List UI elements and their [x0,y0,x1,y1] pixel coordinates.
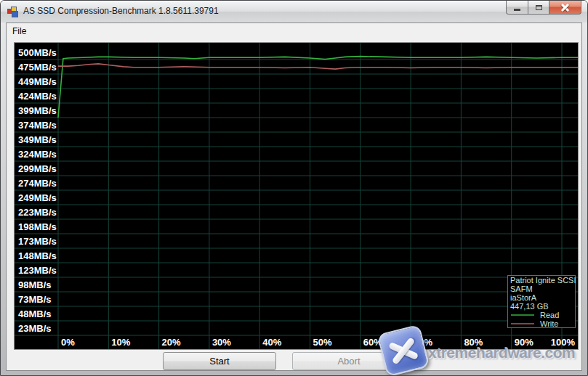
chart-legend: Patriot Ignite SCSI DSAFMiaStorA447,13 G… [508,276,579,329]
y-tick-label: 123MB/s [18,265,57,276]
y-tick-label: 173MB/s [18,236,57,247]
y-tick-label: 500MB/s [18,47,57,58]
title-bar[interactable]: AS SSD Compression-Benchmark 1.8.5611.39… [1,1,587,23]
y-tick-label: 148MB/s [18,250,57,261]
x-tick-label: 20% [162,337,181,348]
y-tick-label: 349MB/s [18,134,57,145]
app-icon [7,6,19,17]
y-tick-label: 399MB/s [18,105,57,116]
x-tick-label: 0% [61,337,75,348]
minimize-button[interactable] [506,1,528,15]
y-tick-label: 274MB/s [18,178,57,189]
y-tick-label: 23MB/s [18,323,52,334]
y-tick-label: 475MB/s [18,62,57,73]
legend-info-line: Patriot Ignite SCSI D [510,276,578,285]
compression-benchmark-chart: 500MB/s475MB/s449MB/s424MB/s399MB/s374MB… [15,43,578,349]
x-tick-label: 10% [111,337,130,348]
app-window: AS SSD Compression-Benchmark 1.8.5611.39… [0,0,588,376]
y-tick-label: 98MB/s [18,279,52,290]
y-tick-label: 198MB/s [18,221,57,232]
client-area: File 500MB/s475MB/s449MB/s424MB/s399MB/s… [6,23,582,371]
legend-entry-label: Read [540,311,559,319]
start-button[interactable]: Start [163,352,276,370]
y-tick-label: 424MB/s [18,91,57,102]
maximize-icon [536,5,542,10]
legend-info-line: 447,13 GB [510,302,549,311]
chart-panel: 500MB/s475MB/s449MB/s424MB/s399MB/s374MB… [14,42,579,350]
menu-bar: File [7,23,581,40]
close-icon [560,4,570,12]
y-tick-label: 299MB/s [18,163,57,174]
x-tick-label: 50% [313,337,332,348]
x-tick-label: 40% [262,337,281,348]
y-tick-label: 374MB/s [18,120,57,131]
window-controls [506,1,581,15]
y-tick-label: 449MB/s [18,76,57,87]
maximize-button[interactable] [528,1,549,15]
watermark-text: xtremehardware.com [428,344,575,361]
y-tick-label: 223MB/s [18,207,57,218]
y-tick-label: 324MB/s [18,149,57,160]
minimize-icon [514,9,520,11]
close-button[interactable] [549,1,581,15]
y-tick-label: 48MB/s [18,308,52,319]
menu-item-file[interactable]: File [7,23,32,36]
y-tick-label: 249MB/s [18,192,57,203]
window-title: AS SSD Compression-Benchmark 1.8.5611.39… [23,6,219,16]
legend-info-line: SAFM [510,285,533,293]
legend-entry-label: Write [540,319,558,328]
y-tick-label: 73MB/s [18,294,52,305]
x-tick-label: 30% [212,337,231,348]
legend-info-line: iaStorA [510,293,537,302]
